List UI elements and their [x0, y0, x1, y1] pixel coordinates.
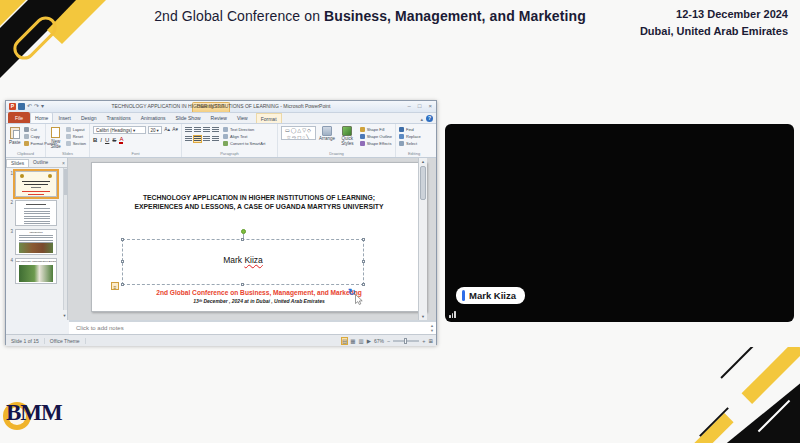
panel-tab-outline[interactable]: Outline [29, 159, 52, 166]
shape-effects-button[interactable]: Shape Effects [360, 140, 392, 147]
tab-file[interactable]: File [8, 112, 30, 123]
tab-transitions[interactable]: Transitions [102, 112, 136, 123]
close-icon[interactable]: × [428, 103, 432, 109]
notes-pane[interactable]: Click to add notes ▲ ▼ [69, 320, 436, 334]
window-controls: – □ × [408, 103, 432, 109]
slide-date-line[interactable]: 13ᵗʰ December , 2024 at in Dubai , Unite… [92, 298, 426, 304]
fit-to-window-button[interactable]: ⊞ [428, 338, 433, 344]
replace-button[interactable]: Replace [399, 133, 429, 140]
reset-button[interactable]: Reset [66, 133, 86, 140]
scroll-down-icon[interactable]: ▼ [419, 314, 427, 319]
slide-thumbnail-2[interactable] [15, 200, 57, 226]
save-icon[interactable] [18, 103, 25, 110]
bold-button[interactable]: B [93, 137, 97, 143]
restore-icon[interactable]: □ [418, 103, 422, 109]
font-size-select[interactable]: 20▾ [148, 126, 163, 134]
slide-sorter-view-button[interactable]: ▦ [350, 338, 355, 344]
scrollbar-thumb[interactable] [420, 166, 426, 200]
resize-handle[interactable] [362, 238, 365, 241]
bullets-icon[interactable] [185, 127, 192, 133]
paste-button[interactable]: Paste [9, 126, 21, 147]
ribbon-collapse-icon[interactable]: ▴ [420, 116, 423, 122]
tab-insert[interactable]: Insert [53, 112, 76, 123]
slide-thumbnail-row: 4 The university administration Building [8, 258, 66, 284]
slide-thumbnail-3[interactable]: Introduction [15, 229, 57, 255]
redo-icon[interactable]: ↷ [34, 102, 39, 111]
panel-close-icon[interactable]: × [62, 160, 65, 166]
panel-scrollbar[interactable] [63, 168, 67, 310]
tab-view[interactable]: View [232, 112, 253, 123]
slideshow-view-button[interactable]: ▶ [367, 338, 371, 344]
slide-canvas[interactable]: TECHNOLOGY APPLICATION IN HIGHER INSTITU… [91, 162, 427, 312]
font-color-button[interactable]: A [119, 136, 123, 144]
align-text-button[interactable]: Align Text [223, 133, 265, 140]
italic-button[interactable]: I [100, 137, 102, 143]
indent-increase-icon[interactable] [212, 127, 219, 133]
align-right-button[interactable] [203, 136, 210, 142]
arrange-icon [322, 126, 332, 136]
mouse-pointer-icon [355, 294, 363, 305]
layout-button[interactable]: Layout [66, 126, 86, 133]
indent-decrease-icon[interactable] [203, 127, 210, 133]
slide-indicator[interactable]: Slide 1 of 15 [6, 338, 45, 344]
numbering-icon[interactable] [194, 127, 201, 133]
convert-smartart-button[interactable]: Convert to SmartArt [223, 140, 265, 147]
slide-title-text[interactable]: TECHNOLOGY APPLICATION IN HIGHER INSTITU… [102, 194, 416, 211]
slide-thumbnail-4[interactable]: The university administration Building [15, 258, 57, 284]
find-button[interactable]: Find [399, 126, 429, 133]
align-left-button[interactable] [185, 136, 192, 142]
shapes-gallery[interactable]: ▭◯△▽◇ ☆⇨◻○╲ [281, 126, 316, 140]
minimize-icon[interactable]: – [408, 103, 411, 109]
zoom-in-button[interactable]: + [422, 338, 425, 344]
theme-indicator[interactable]: Office Theme [45, 338, 86, 344]
rotate-handle[interactable] [241, 229, 246, 234]
qat-dropdown-icon[interactable]: ▾ [41, 102, 44, 111]
grow-font-button[interactable]: A▴ [164, 126, 170, 134]
resize-handle[interactable] [362, 283, 365, 286]
resize-handle[interactable] [121, 283, 124, 286]
quick-styles-icon [342, 126, 352, 136]
tab-design[interactable]: Design [76, 112, 102, 123]
shape-fill-button[interactable]: Shape Fill [360, 126, 392, 133]
tab-review[interactable]: Review [206, 112, 232, 123]
zoom-slider[interactable] [393, 340, 419, 342]
notes-spinner[interactable]: ▲ ▼ [430, 323, 434, 333]
strikethrough-button[interactable]: S [112, 137, 116, 143]
select-button[interactable]: Select [399, 140, 429, 147]
help-icon[interactable]: ? [426, 115, 433, 122]
resize-handle[interactable] [121, 238, 124, 241]
spinner-down-icon: ▼ [430, 328, 434, 333]
vertical-scrollbar[interactable]: ▲ ▼ [418, 158, 427, 320]
zoom-out-button[interactable]: − [387, 338, 390, 344]
justify-button[interactable] [212, 136, 219, 142]
normal-view-button[interactable]: ▤ [342, 338, 347, 344]
text-direction-button[interactable]: Text Direction [223, 126, 265, 133]
new-slide-button[interactable]: New Slide [49, 126, 63, 149]
selected-text-box[interactable]: Mark Kiiza ≡ [122, 239, 364, 285]
resize-handle[interactable] [241, 283, 244, 286]
undo-icon[interactable]: ↶ [27, 102, 32, 111]
font-name-select[interactable]: Calibri (Headings)▾ [93, 126, 146, 134]
panel-scroll-down-icon[interactable]: ▼ [62, 313, 67, 318]
tab-format[interactable]: Format [256, 113, 282, 123]
shape-outline-button[interactable]: Shape Outline [360, 133, 392, 140]
arrange-button[interactable]: Arrange [319, 126, 335, 147]
slide-conference-line[interactable]: 2nd Global Conference on Business, Manag… [92, 289, 426, 296]
slide-author-text[interactable]: Mark Kiiza [123, 255, 363, 265]
scroll-up-icon[interactable]: ▲ [419, 159, 427, 164]
notes-placeholder[interactable]: Click to add notes [76, 325, 124, 331]
slide-thumbnail-1[interactable] [15, 171, 57, 197]
section-button[interactable]: Section [66, 140, 86, 147]
tab-home[interactable]: Home [30, 112, 53, 123]
align-center-button[interactable] [194, 136, 201, 142]
underline-button[interactable]: U [105, 137, 109, 143]
quick-styles-button[interactable]: Quick Styles [338, 126, 357, 147]
zoom-slider-thumb[interactable] [404, 338, 407, 344]
participant-video-tile[interactable]: Mark Kiiza [445, 124, 794, 322]
resize-handle[interactable] [241, 238, 244, 241]
panel-tab-slides[interactable]: Slides [6, 159, 29, 167]
tab-animations[interactable]: Animations [136, 112, 171, 123]
shrink-font-button[interactable]: A▾ [172, 126, 178, 134]
reading-view-button[interactable]: ▥ [359, 338, 364, 344]
tab-slide-show[interactable]: Slide Show [171, 112, 206, 123]
